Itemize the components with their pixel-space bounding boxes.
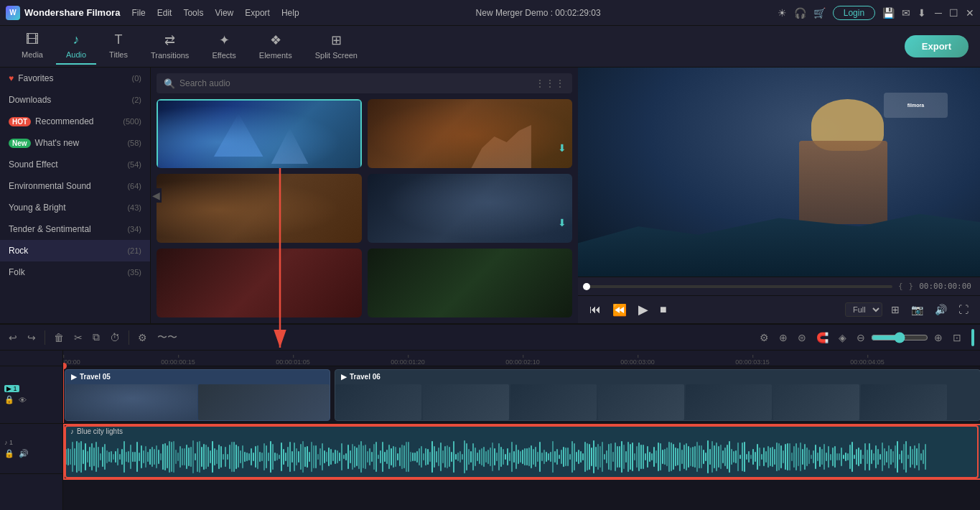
notification-icon[interactable]: ✉ <box>902 7 910 19</box>
audio-track-row[interactable]: ♪ Blue city lights <box>63 424 980 480</box>
audio-wave-button[interactable]: 〜〜 <box>154 330 180 346</box>
speed-button[interactable]: ⏱ <box>107 330 123 345</box>
cart-icon[interactable]: 🛒 <box>813 7 826 19</box>
preview-size-icon[interactable]: ⊞ <box>888 302 902 317</box>
undo-button[interactable]: ↩ <box>6 330 20 345</box>
folk-count: (35) <box>127 268 141 277</box>
main-toolbar: 🎞 Media ♪ Audio T Titles ⇄ Transitions ✦… <box>0 26 980 68</box>
audio-clip-blue-city[interactable]: ♪ Blue city lights <box>65 425 980 478</box>
hot-badge: HOT <box>9 117 31 126</box>
rock-label: Rock <box>9 246 28 256</box>
tab-effects-label: Effects <box>212 51 235 60</box>
cut-button[interactable]: ✂ <box>71 330 85 345</box>
young-bright-label: Young & Bright <box>9 203 66 213</box>
menu-file[interactable]: File <box>131 8 145 18</box>
video-eye-icon[interactable]: 👁 <box>19 396 27 404</box>
stop-button[interactable]: ■ <box>657 302 670 317</box>
zoom-in-button[interactable]: ⊕ <box>931 330 946 345</box>
quality-select[interactable]: Full <box>845 302 882 317</box>
export-button[interactable]: Export <box>905 35 969 57</box>
tab-transitions[interactable]: ⇄ Transitions <box>141 28 199 65</box>
menu-export[interactable]: Export <box>245 8 270 18</box>
screenshot-icon[interactable]: 📷 <box>908 302 926 317</box>
marker-icon[interactable]: ◈ <box>836 330 849 345</box>
zoom-controls: ⊖ ⊕ <box>854 330 946 345</box>
sidebar-item-recommended[interactable]: HOT Recommended (500) <box>0 111 150 132</box>
audio-card-6[interactable] <box>368 249 573 317</box>
tab-split-screen[interactable]: ⊞ Split Screen <box>305 28 368 65</box>
frame-back-button[interactable]: ⏪ <box>610 302 630 318</box>
menu-edit[interactable]: Edit <box>157 8 172 18</box>
split-icon[interactable]: ⊕ <box>776 330 790 345</box>
tab-titles[interactable]: T Titles <box>99 28 138 65</box>
fit-button[interactable]: ⊡ <box>950 330 964 345</box>
sidebar-item-downloads[interactable]: Downloads (2) <box>0 89 150 111</box>
tab-media[interactable]: 🎞 Media <box>11 28 53 65</box>
separator-2 <box>129 330 129 345</box>
maximize-button[interactable]: ☐ <box>949 7 958 19</box>
sidebar-item-young-bright[interactable]: Young & Bright (43) <box>0 197 150 218</box>
playhead[interactable] <box>63 366 64 423</box>
clip-label-travel05: ▶ Travel 05 <box>71 373 111 381</box>
audio-volume-icon[interactable]: 🔊 <box>19 449 29 458</box>
adjust-button[interactable]: ⚙ <box>135 330 150 345</box>
tab-elements[interactable]: ❖ Elements <box>249 28 302 65</box>
menu-view[interactable]: View <box>215 8 233 18</box>
sidebar-item-sound-effect[interactable]: Sound Effect (54) <box>0 154 150 175</box>
save-icon[interactable]: 💾 <box>882 7 895 19</box>
new-badge: New <box>9 139 31 148</box>
sun-icon[interactable]: ☀ <box>778 7 787 19</box>
middle-section: ♥ Favorites (0) Downloads (2) HOT Recomm… <box>0 68 980 323</box>
sidebar-item-rock[interactable]: Rock (21) <box>0 240 150 261</box>
audio-card-5[interactable] <box>157 249 362 317</box>
delete-button[interactable]: 🗑 <box>51 330 67 345</box>
login-button[interactable]: Login <box>833 6 875 20</box>
grid-view-icon[interactable]: ⋮⋮⋮ <box>535 78 565 89</box>
video-lock-icon[interactable]: 🔒 <box>4 395 14 404</box>
headset-icon[interactable]: 🎧 <box>794 7 806 19</box>
tab-audio[interactable]: ♪ Audio <box>56 28 96 65</box>
timeline-content: ▶ 1 🔒 👁 ♪ 1 🔒 🔊 <box>0 351 980 510</box>
volume-icon[interactable]: 🔊 <box>932 302 950 317</box>
ripple-icon[interactable]: ⊜ <box>795 330 809 345</box>
scroll-left-arrow[interactable]: ◀ <box>151 188 162 203</box>
fullscreen-icon[interactable]: ⛶ <box>956 302 971 317</box>
step-back-button[interactable]: ⏮ <box>587 302 604 317</box>
download-icon-card2[interactable]: ⬇ <box>558 142 566 154</box>
audio-lock-icon[interactable]: 🔒 <box>4 449 14 458</box>
search-input[interactable] <box>179 78 531 88</box>
audio-card-other-scenarios[interactable]: ⬇ Other scenerios (Long i... <box>368 99 573 168</box>
sidebar-item-tender[interactable]: Tender & Sentimental (34) <box>0 218 150 240</box>
track-settings-icon[interactable]: ⚙ <box>757 330 772 345</box>
sidebar-item-whats-new[interactable]: New What's new (58) <box>0 132 150 154</box>
audio-card-boy-got-style[interactable]: Boy got style <box>157 174 362 243</box>
download-icon-card4[interactable]: ⬇ <box>558 217 566 228</box>
logo-icon: W <box>6 6 20 20</box>
audio-card-go-big[interactable]: ⬇ Go big or go home <box>368 174 573 243</box>
ruler-tick-7: 00:00:04:05 <box>850 358 885 366</box>
tab-effects[interactable]: ✦ Effects <box>202 28 246 65</box>
close-button[interactable]: ✕ <box>966 7 974 19</box>
play-button[interactable]: ▶ <box>635 300 651 319</box>
tab-titles-label: Titles <box>109 50 128 59</box>
download-icon[interactable]: ⬇ <box>918 7 926 19</box>
zoom-slider[interactable] <box>871 332 928 343</box>
audio-sidebar: ♥ Favorites (0) Downloads (2) HOT Recomm… <box>0 68 151 323</box>
sidebar-item-folk[interactable]: Folk (35) <box>0 261 150 283</box>
environmental-label: Environmental Sound <box>9 181 91 191</box>
environmental-count: (64) <box>127 182 141 190</box>
zoom-out-button[interactable]: ⊖ <box>854 330 868 345</box>
video-clip-travel06[interactable]: ▶ Travel 06 <box>335 369 980 421</box>
menu-tools[interactable]: Tools <box>183 8 203 18</box>
sidebar-item-environmental[interactable]: Environmental Sound (64) <box>0 175 150 197</box>
video-track-row[interactable]: ▶ Travel 05 ▶ Travel 06 <box>63 366 980 424</box>
menu-help[interactable]: Help <box>281 8 299 18</box>
copy-button[interactable]: ⧉ <box>90 330 103 345</box>
redo-button[interactable]: ↪ <box>24 330 39 345</box>
sidebar-item-favorites[interactable]: ♥ Favorites (0) <box>0 68 150 89</box>
audio-card-blue-city[interactable]: Blue city lights <box>157 99 362 168</box>
minimize-button[interactable]: ─ <box>935 7 942 19</box>
video-clip-travel05[interactable]: ▶ Travel 05 <box>65 369 330 421</box>
magnet-icon[interactable]: 🧲 <box>813 330 831 345</box>
progress-bar[interactable] <box>587 285 892 288</box>
